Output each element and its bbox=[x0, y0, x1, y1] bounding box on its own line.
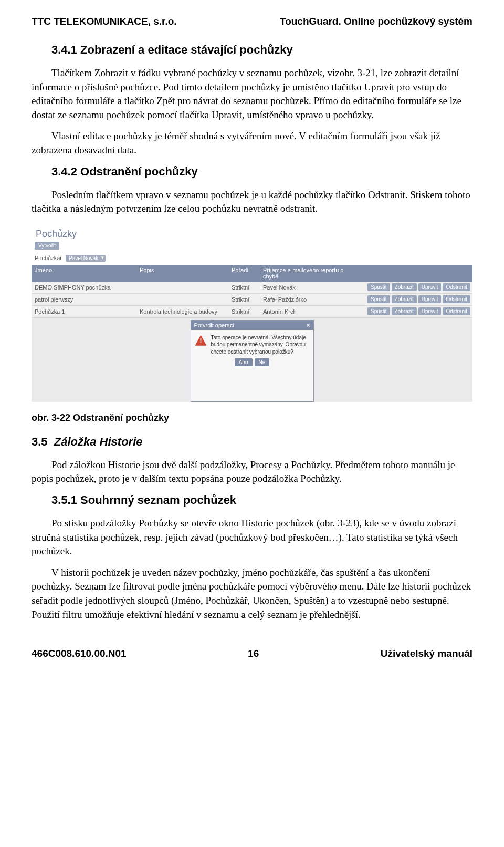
odstranit-button[interactable]: Odstranit bbox=[443, 283, 470, 291]
odstranit-button[interactable]: Odstranit bbox=[443, 307, 470, 315]
product-name: TouchGuard. Online pochůzkový systém bbox=[280, 16, 472, 27]
para-3-5-1-b: V historii pochůzek je uveden název poch… bbox=[32, 566, 472, 622]
spustit-button[interactable]: Spustit bbox=[368, 283, 390, 291]
zobrazit-button[interactable]: Zobrazit bbox=[392, 283, 417, 291]
para-3-4-2-a: Posledním tlačítkem vpravo v seznamu poc… bbox=[32, 188, 472, 216]
cell-poradi: Striktní bbox=[228, 306, 260, 317]
dialog-text: Tato operace je nevratná. Všechny údaje … bbox=[211, 334, 309, 356]
screenshot-pochuzky: Pochůzky Vytvořit Pochůzkář Pavel Novák … bbox=[32, 225, 472, 402]
warning-icon bbox=[195, 335, 207, 346]
cell-poradi: Striktní bbox=[228, 294, 260, 305]
cell-name: DEMO SIMPHONY pochůzka bbox=[32, 282, 136, 293]
heading-3-4-2: 3.4.2 Odstranění pochůzky bbox=[51, 165, 472, 179]
table-row: patrol pierwszy Striktní Rafał Paździórk… bbox=[32, 294, 472, 306]
heading-3-4-1: 3.4.1 Zobrazení a editace stávající poch… bbox=[51, 43, 472, 57]
cell-name: patrol pierwszy bbox=[32, 294, 136, 305]
para-3-4-1-b: Vlastní editace pochůzky je téměř shodná… bbox=[32, 129, 472, 157]
dialog-title: Potvrdit operaci bbox=[194, 322, 234, 328]
dialog-no-button[interactable]: Ne bbox=[255, 358, 270, 366]
screenshot-title: Pochůzky bbox=[32, 225, 472, 242]
upravit-button[interactable]: Upravit bbox=[418, 295, 442, 303]
spustit-button[interactable]: Spustit bbox=[368, 295, 390, 303]
cell-popis bbox=[136, 297, 228, 302]
cell-poradi: Striktní bbox=[228, 282, 260, 293]
upravit-button[interactable]: Upravit bbox=[418, 283, 442, 291]
filter-select[interactable]: Pavel Novák bbox=[66, 255, 106, 262]
zobrazit-button[interactable]: Zobrazit bbox=[392, 295, 417, 303]
heading-3-5: 3.5 Záložka Historie bbox=[32, 435, 472, 449]
filter-label: Pochůzkář bbox=[35, 255, 62, 261]
upravit-button[interactable]: Upravit bbox=[418, 307, 442, 315]
zobrazit-button[interactable]: Zobrazit bbox=[392, 307, 417, 315]
cell-popis bbox=[136, 285, 228, 290]
cell-name: Pochůzka 1 bbox=[32, 306, 136, 317]
th-poradi[interactable]: Pořadí bbox=[228, 265, 260, 282]
page-number: 16 bbox=[248, 648, 259, 659]
para-3-5-1-a: Po stisku podzáložky Pochůzky se otevře … bbox=[32, 517, 472, 559]
table-row: Pochůzka 1 Kontrola technologie a budovy… bbox=[32, 306, 472, 318]
page-header: TTC TELEKOMUNIKACE, s.r.o. TouchGuard. O… bbox=[32, 16, 472, 27]
screenshot-lower-area: Potvrdit operaci × Tato operace je nevra… bbox=[32, 318, 472, 402]
figure-caption: obr. 3-22 Odstranění pochůzky bbox=[32, 412, 472, 424]
cell-prijemce: Pavel Novák bbox=[260, 282, 354, 293]
create-button[interactable]: Vytvořit bbox=[35, 242, 59, 250]
doc-id: 466C008.610.00.N01 bbox=[32, 648, 127, 659]
th-jmeno[interactable]: Jméno bbox=[32, 265, 136, 282]
spustit-button[interactable]: Spustit bbox=[368, 307, 390, 315]
table-row: DEMO SIMPHONY pochůzka Striktní Pavel No… bbox=[32, 282, 472, 294]
confirm-dialog: Potvrdit operaci × Tato operace je nevra… bbox=[191, 320, 314, 402]
close-icon[interactable]: × bbox=[306, 322, 310, 328]
para-3-5-a: Pod záložkou Historie jsou dvě další pod… bbox=[32, 458, 472, 486]
filter-row: Pochůzkář Pavel Novák bbox=[32, 253, 472, 265]
page-footer: 466C008.610.00.N01 16 Uživatelský manuál bbox=[32, 648, 472, 659]
dialog-yes-button[interactable]: Ano bbox=[235, 358, 253, 366]
th-prijemce[interactable]: Příjemce e-mailového reportu o chybě bbox=[260, 265, 354, 282]
company-name: TTC TELEKOMUNIKACE, s.r.o. bbox=[32, 16, 177, 27]
table-header: Jméno Popis Pořadí Příjemce e-mailového … bbox=[32, 265, 472, 282]
odstranit-button[interactable]: Odstranit bbox=[443, 295, 470, 303]
doc-type: Uživatelský manuál bbox=[381, 648, 472, 659]
cell-popis: Kontrola technologie a budovy bbox=[136, 306, 228, 317]
cell-prijemce: Antonín Krch bbox=[260, 306, 354, 317]
para-3-4-1-a: Tlačítkem Zobrazit v řádku vybrané pochů… bbox=[32, 66, 472, 122]
th-popis[interactable]: Popis bbox=[136, 265, 228, 282]
heading-3-5-1: 3.5.1 Souhrnný seznam pochůzek bbox=[51, 493, 472, 507]
cell-prijemce: Rafał Paździórko bbox=[260, 294, 354, 305]
